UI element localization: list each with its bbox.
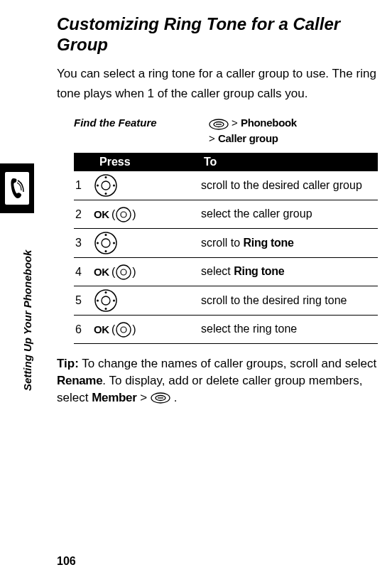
- ok-label: OK: [94, 323, 109, 335]
- svg-point-18: [121, 269, 126, 275]
- svg-point-5: [105, 176, 107, 178]
- to-bold: Ring tone: [244, 237, 294, 249]
- side-tab: [0, 163, 34, 213]
- svg-point-21: [105, 291, 107, 293]
- svg-point-15: [97, 242, 99, 244]
- step-number: 5: [74, 294, 94, 307]
- find-feature-path: > Phonebook > Caller group: [209, 115, 297, 146]
- svg-point-13: [105, 234, 107, 236]
- step-number: 1: [74, 179, 94, 192]
- press-cell: OK( ): [94, 264, 198, 281]
- step-number: 2: [74, 208, 94, 221]
- phone-icon: [8, 176, 26, 200]
- feature-path-1: Phonebook: [241, 117, 297, 129]
- step-number: 4: [74, 266, 94, 279]
- press-cell: OK( ): [94, 321, 198, 338]
- side-tab-inner: [4, 171, 31, 206]
- feature-path-2: Caller group: [218, 132, 278, 144]
- svg-point-26: [121, 327, 126, 333]
- svg-point-24: [113, 300, 115, 302]
- table-row: 3 scroll to Ring tone: [74, 229, 378, 258]
- press-cell: [94, 231, 198, 255]
- menu-key-icon: [151, 392, 170, 404]
- to-cell: scroll to the desired caller group: [198, 177, 378, 195]
- table-row: 2 OK( ) select the caller group: [74, 200, 378, 229]
- ok-label: OK: [94, 266, 109, 278]
- tip-t4: .: [170, 391, 177, 404]
- step-number: 6: [74, 323, 94, 336]
- press-cell: [94, 289, 198, 313]
- menu-key-icon: [209, 116, 229, 131]
- table-row: 4 OK( ) select Ring tone: [74, 258, 378, 286]
- to-bold: Ring tone: [234, 265, 284, 277]
- to-text: select the caller group: [201, 208, 312, 220]
- tip-paragraph: Tip: To change the names of caller group…: [57, 355, 378, 406]
- tip-b1: Rename: [57, 374, 102, 387]
- to-text: scroll to: [201, 237, 244, 249]
- select-key-icon: [115, 264, 132, 281]
- table-row: 5 scroll to the desired ring tone: [74, 286, 378, 316]
- svg-point-25: [116, 323, 131, 337]
- svg-point-22: [105, 308, 107, 310]
- press-cell: [94, 173, 198, 198]
- svg-point-9: [116, 208, 131, 222]
- svg-point-10: [121, 212, 126, 217]
- svg-point-17: [116, 265, 131, 279]
- intro-text: You can select a ring tone for a caller …: [57, 64, 378, 104]
- table-row: 1 scroll to the desired caller group: [74, 171, 378, 200]
- page-title: Customizing Ring Tone for a Caller Group: [57, 14, 378, 55]
- to-cell: select the ring tone: [198, 320, 378, 338]
- select-key-icon: [115, 321, 132, 338]
- col-header-press: Press: [74, 153, 198, 171]
- col-header-to: To: [198, 153, 378, 171]
- svg-point-6: [105, 193, 107, 195]
- tip-b2: Member: [92, 391, 136, 404]
- to-text: select the ring tone: [201, 323, 297, 335]
- select-key-icon: [115, 206, 132, 223]
- svg-point-20: [102, 296, 110, 305]
- to-cell: select the caller group: [198, 205, 378, 223]
- svg-point-12: [102, 239, 110, 247]
- svg-point-4: [102, 181, 110, 190]
- tip-label: Tip:: [57, 357, 79, 370]
- ok-label: OK: [94, 208, 109, 220]
- find-feature-row: Find the Feature > Phonebook > Caller gr…: [57, 115, 378, 146]
- table-row: 6 OK( ) select the ring tone: [74, 316, 378, 344]
- step-number: 3: [74, 237, 94, 249]
- svg-point-7: [97, 185, 99, 187]
- nav-key-icon: [94, 231, 118, 255]
- page-number: 106: [57, 555, 76, 568]
- svg-point-16: [113, 242, 115, 244]
- gt1: >: [232, 117, 238, 129]
- table-header: Press To: [74, 153, 378, 171]
- find-feature-label: Find the Feature: [74, 115, 209, 146]
- sidebar-section-label: Setting Up Your Phonebook: [21, 250, 33, 391]
- gt2: >: [209, 132, 215, 144]
- tip-t1: To change the names of caller groups, sc…: [79, 357, 376, 370]
- press-cell: OK( ): [94, 206, 198, 223]
- to-text: scroll to the desired caller group: [201, 179, 362, 191]
- nav-key-icon: [94, 173, 118, 198]
- to-cell: scroll to Ring tone: [198, 235, 378, 252]
- steps-table: Press To 1 scroll to the desired caller …: [74, 153, 378, 344]
- to-text: scroll to the desired ring tone: [201, 294, 347, 306]
- nav-key-icon: [94, 289, 118, 313]
- svg-point-23: [97, 300, 99, 302]
- to-cell: select Ring tone: [198, 263, 378, 281]
- to-text: select: [201, 265, 234, 277]
- tip-t3: >: [137, 391, 151, 404]
- svg-point-14: [105, 250, 107, 252]
- to-cell: scroll to the desired ring tone: [198, 292, 378, 310]
- svg-point-8: [113, 185, 115, 187]
